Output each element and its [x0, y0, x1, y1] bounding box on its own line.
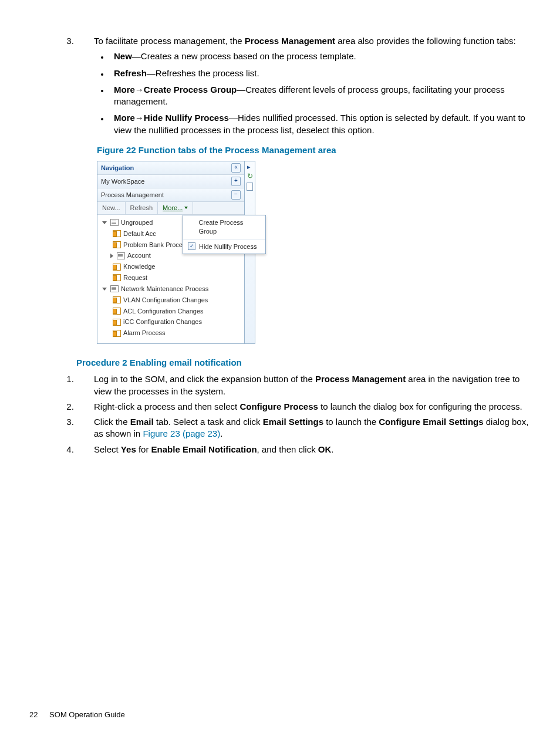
- new-button[interactable]: New...: [97, 202, 126, 214]
- tree-item[interactable]: Request: [100, 272, 242, 283]
- ordered-list-main: To facilitate process management, the Pr…: [56, 35, 531, 136]
- collapse-icon[interactable]: −: [231, 190, 241, 200]
- procedure-steps: Log in to the SOM, and click the expansi…: [56, 373, 531, 455]
- twister-down-icon: [102, 288, 107, 291]
- refresh-button[interactable]: Refresh: [126, 202, 158, 214]
- workspace-row[interactable]: My WorkSpace +: [97, 175, 244, 188]
- proc-step-4: Select Yes for Enable Email Notification…: [76, 444, 531, 455]
- process-icon: [113, 308, 121, 315]
- workspace-label: My WorkSpace: [101, 177, 144, 186]
- process-icon: [113, 274, 121, 281]
- process-tree: Create Process Group ✓ Hide Nullify Proc…: [97, 215, 244, 343]
- page: To facilitate process management, the Pr…: [0, 0, 560, 746]
- proc-step-2: Right-click a process and then select Co…: [76, 401, 531, 413]
- dropdown-create-group[interactable]: Create Process Group: [183, 215, 265, 239]
- process-icon: [113, 296, 121, 303]
- tree-group-network[interactable]: Network Maintenance Process: [100, 283, 242, 295]
- bullet-refresh: Refresh—Refreshes the process list.: [109, 67, 531, 79]
- tree-item[interactable]: Alarm Process: [100, 328, 242, 339]
- more-button[interactable]: More...: [158, 202, 193, 214]
- process-icon: [113, 264, 121, 271]
- step3-text-bold: Process Management: [245, 36, 335, 46]
- procedure-title: Procedure 2 Enabling email notification: [76, 357, 531, 369]
- tree-item[interactable]: Knowledge: [100, 261, 242, 272]
- process-icon: [113, 319, 121, 326]
- pm-label: Process Management: [101, 191, 164, 200]
- page-number: 22: [29, 710, 38, 719]
- expand-icon[interactable]: +: [231, 177, 241, 186]
- doc-title: SOM Operation Guide: [49, 710, 125, 719]
- process-icon: [113, 230, 121, 237]
- tree-item[interactable]: iCC Configuration Changes: [100, 316, 242, 328]
- folder-icon: [117, 252, 125, 259]
- process-icon: [113, 330, 121, 337]
- function-tab-bullets: New—Creates a new process based on the p…: [94, 50, 531, 136]
- caret-down-icon: [184, 207, 188, 209]
- figure-23-link[interactable]: Figure 23 (page 23): [143, 428, 220, 438]
- nav-title: Navigation: [101, 164, 134, 173]
- navigation-panel: Navigation « My WorkSpace + Process Mana…: [97, 161, 245, 344]
- twister-down-icon: [102, 221, 107, 224]
- proc-step-1: Log in to the SOM, and click the expansi…: [76, 373, 531, 397]
- figure-22: Navigation « My WorkSpace + Process Mana…: [97, 161, 531, 344]
- more-label: More...: [163, 204, 183, 212]
- bullet-new: New—Creates a new process based on the p…: [109, 50, 531, 62]
- dropdown-hide-nullify[interactable]: ✓ Hide Nullify Process: [183, 239, 265, 254]
- tree-item[interactable]: ACL Configuration Changes: [100, 306, 242, 317]
- bullet-more-hide: More→Hide Nullify Process—Hides nullifie…: [109, 112, 531, 136]
- bullet-more-create: More→Create Process Group—Creates differ…: [109, 84, 531, 108]
- more-dropdown: Create Process Group ✓ Hide Nullify Proc…: [183, 215, 266, 255]
- collapse-button[interactable]: «: [231, 163, 241, 173]
- refresh-strip-icon[interactable]: ↻: [247, 173, 253, 179]
- nav-header: Navigation «: [97, 161, 244, 175]
- step3-text-pre: To facilitate process management, the: [94, 36, 245, 46]
- step-3: To facilitate process management, the Pr…: [76, 35, 531, 136]
- twister-right-icon: [110, 254, 113, 258]
- checkbox-icon[interactable]: ✓: [188, 242, 195, 250]
- process-management-row[interactable]: Process Management −: [97, 188, 244, 202]
- pm-toolbar: New... Refresh More...: [97, 202, 244, 215]
- folder-icon: [110, 285, 119, 292]
- page-footer: 22 SOM Operation Guide: [29, 710, 125, 720]
- tree-item[interactable]: VLAN Configuration Changes: [100, 295, 242, 306]
- expand-strip-icon[interactable]: ▸: [247, 164, 253, 170]
- step3-text-post: area also provides the following functio…: [335, 36, 516, 46]
- process-icon: [113, 241, 121, 248]
- proc-step-3: Click the Email tab. Select a task and c…: [76, 416, 531, 440]
- doc-strip-icon[interactable]: [247, 183, 253, 191]
- folder-icon: [110, 219, 119, 226]
- figure-caption: Figure 22 Function tabs of the Process M…: [97, 144, 531, 156]
